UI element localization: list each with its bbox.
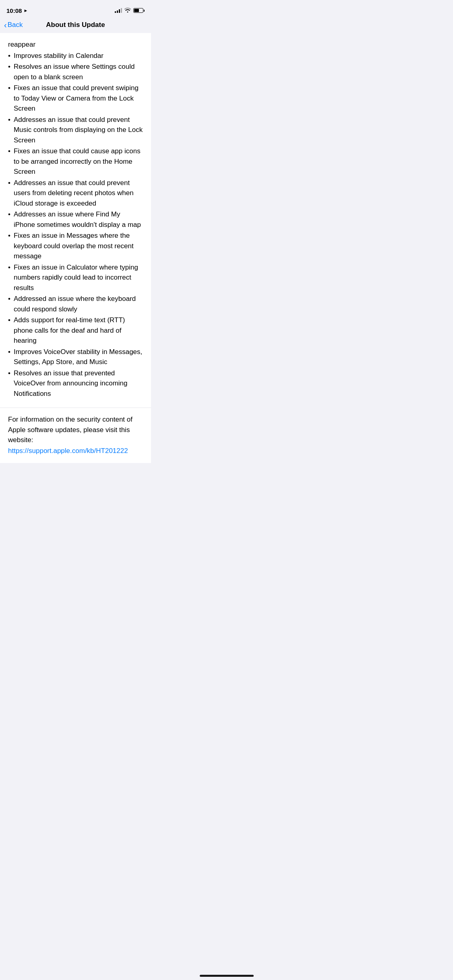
bottom-bar bbox=[0, 463, 151, 477]
status-icons bbox=[115, 7, 145, 14]
list-item: Addresses an issue that could prevent us… bbox=[8, 178, 143, 209]
list-item: Fixes an issue in Messages where the key… bbox=[8, 231, 143, 261]
back-label: Back bbox=[8, 21, 23, 29]
footer-text: For information on the security content … bbox=[8, 414, 143, 445]
list-item: Improves VoiceOver stability in Messages… bbox=[8, 347, 143, 367]
list-item: Adds support for real-time text (RTT) ph… bbox=[8, 315, 143, 346]
list-item: Resolves an issue where Settings could o… bbox=[8, 62, 143, 82]
support-link[interactable]: https://support.apple.com/kb/HT201222 bbox=[8, 447, 128, 455]
nav-bar: ‹ Back About this Update bbox=[0, 18, 151, 33]
list-item: Improves stability in Calendar bbox=[8, 51, 143, 61]
back-button[interactable]: ‹ Back bbox=[4, 21, 23, 29]
wifi-icon bbox=[124, 7, 131, 14]
location-icon: ► bbox=[23, 8, 28, 13]
list-item: Fixes an issue in Calculator where typin… bbox=[8, 262, 143, 293]
footer-section: For information on the security content … bbox=[0, 408, 151, 463]
battery-icon bbox=[133, 8, 145, 13]
status-bar: 10:08 ► bbox=[0, 0, 151, 18]
list-item: Addresses an issue that could prevent Mu… bbox=[8, 115, 143, 146]
page-title: About this Update bbox=[46, 21, 105, 29]
list-item: Resolves an issue that prevented VoiceOv… bbox=[8, 368, 143, 399]
list-item: Addresses an issue where Find My iPhone … bbox=[8, 209, 143, 230]
back-chevron-icon: ‹ bbox=[4, 21, 7, 29]
list-item: Addressed an issue where the keyboard co… bbox=[8, 294, 143, 314]
intro-text: reappear bbox=[8, 39, 143, 50]
signal-bars-icon bbox=[115, 8, 122, 13]
bullet-list: Improves stability in CalendarResolves a… bbox=[8, 51, 143, 399]
list-item: Fixes an issue that could prevent swipin… bbox=[8, 83, 143, 114]
time-display: 10:08 bbox=[6, 7, 22, 14]
content-area: reappear Improves stability in CalendarR… bbox=[0, 33, 151, 408]
list-item: Fixes an issue that could cause app icon… bbox=[8, 146, 143, 177]
status-time: 10:08 ► bbox=[6, 7, 28, 14]
